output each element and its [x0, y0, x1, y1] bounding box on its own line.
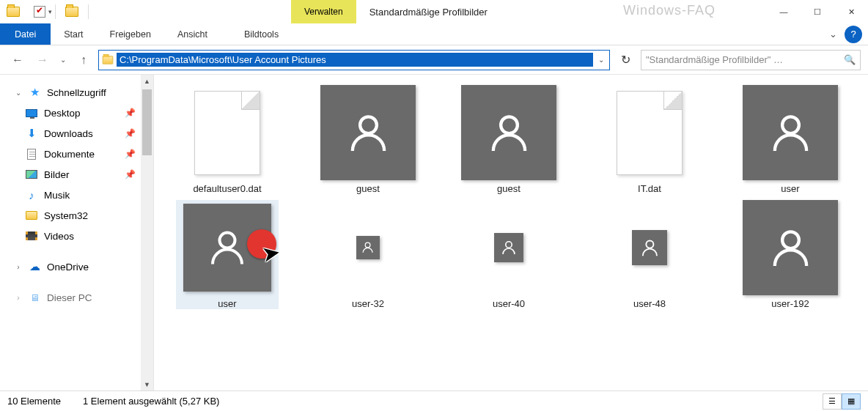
address-folder-icon: [99, 55, 117, 65]
search-box[interactable]: "Standardmäßige Profilbilder" … 🔍: [641, 50, 861, 70]
body-split: ⌄ ★ Schnellzugriff Desktop📌 ⬇Downloads📌 …: [0, 75, 868, 390]
file-item[interactable]: guest: [317, 85, 419, 194]
file-label: user-48: [633, 298, 666, 309]
file-item[interactable]: user-192: [739, 200, 842, 309]
view-thumbnails-button[interactable]: ▦: [842, 393, 861, 410]
tab-freigeben[interactable]: Freigeben: [97, 23, 164, 45]
forward-button[interactable]: →: [32, 50, 53, 70]
separator: [55, 4, 56, 19]
files-pane[interactable]: defaultuser0.dat guest guest IT.dat user…: [154, 75, 868, 390]
close-button[interactable]: ✕: [834, 0, 868, 23]
file-label: guest: [497, 183, 521, 194]
file-label: defaultuser0.dat: [193, 183, 261, 194]
up-button[interactable]: ↑: [73, 50, 94, 70]
pin-icon: 📌: [125, 149, 136, 159]
download-icon: ⬇: [25, 127, 38, 139]
pin-icon: 📌: [125, 108, 136, 118]
address-text[interactable]: C:\ProgramData\Microsoft\User Account Pi…: [117, 53, 593, 67]
expand-icon[interactable]: ›: [15, 294, 22, 302]
sidebar-item-desktop[interactable]: Desktop📌: [0, 103, 153, 123]
history-dropdown[interactable]: ⌄: [57, 50, 69, 70]
sidebar-item-label: Musik: [44, 190, 70, 201]
file-tab[interactable]: Datei: [0, 23, 51, 45]
qat-new-folder-icon[interactable]: [59, 0, 85, 23]
file-label: user-32: [352, 298, 384, 309]
status-bar: 10 Elemente 1 Element ausgewählt (5,27 K…: [0, 390, 868, 411]
dat-file-icon: [617, 91, 683, 175]
avatar-icon: [743, 200, 838, 295]
help-button[interactable]: ?: [845, 26, 862, 43]
file-label: user: [781, 183, 799, 194]
this-pc-label: Dieser PC: [47, 292, 92, 303]
sidebar-scrollbar[interactable]: ▲ ▼: [141, 75, 153, 390]
titlebar: ▾ Verwalten Standardmäßige Profilbilder …: [0, 0, 868, 23]
minimize-button[interactable]: —: [767, 0, 801, 23]
sidebar-quick-access[interactable]: ⌄ ★ Schnellzugriff: [0, 82, 153, 103]
status-selection: 1 Element ausgewählt (5,27 KB): [83, 396, 219, 407]
video-icon: [26, 232, 37, 240]
separator: [88, 4, 89, 19]
scroll-up-icon[interactable]: ▲: [141, 75, 153, 87]
folder-icon: [26, 211, 37, 220]
cloud-icon: ☁: [28, 261, 41, 273]
sidebar-onedrive[interactable]: ›☁OneDrive: [0, 256, 153, 277]
pictures-icon: [26, 170, 37, 179]
desktop-icon: [26, 109, 37, 117]
avatar-icon: [632, 230, 667, 265]
search-icon[interactable]: 🔍: [844, 54, 856, 65]
sidebar-this-pc[interactable]: ›🖥Dieser PC: [0, 287, 153, 308]
ribbon-collapse-icon[interactable]: ⌄: [824, 29, 842, 40]
file-label: IT.dat: [638, 183, 661, 194]
file-item[interactable]: user-48: [598, 200, 701, 309]
view-switcher: ☰ ▦: [823, 393, 861, 410]
tab-start[interactable]: Start: [51, 23, 96, 45]
file-item[interactable]: guest: [457, 85, 560, 194]
file-item[interactable]: defaultuser0.dat: [176, 85, 279, 194]
expand-icon[interactable]: ›: [15, 263, 22, 271]
star-icon: ★: [28, 86, 41, 98]
quick-access-label: Schnellzugriff: [47, 87, 106, 98]
sidebar-item-downloads[interactable]: ⬇Downloads📌: [0, 123, 153, 144]
expand-icon[interactable]: ⌄: [15, 89, 22, 97]
sidebar-item-label: Dokumente: [44, 149, 95, 160]
file-label: guest: [356, 183, 380, 194]
maximize-button[interactable]: ☐: [801, 0, 834, 23]
pc-icon: 🖥: [28, 292, 41, 303]
avatar-icon: [356, 236, 380, 259]
qat-dropdown-icon[interactable]: ▾: [48, 8, 52, 15]
status-item-count: 10 Elemente: [7, 396, 61, 407]
document-icon: [27, 149, 36, 160]
file-item[interactable]: user: [739, 85, 842, 194]
file-item[interactable]: IT.dat: [598, 85, 701, 194]
sidebar-item-label: Desktop: [44, 108, 81, 119]
sidebar-item-system32[interactable]: System32: [0, 205, 153, 226]
view-details-button[interactable]: ☰: [823, 393, 842, 410]
cursor-icon: ➤: [260, 239, 282, 267]
sidebar-item-videos[interactable]: Videos: [0, 226, 153, 246]
back-button[interactable]: ←: [7, 50, 28, 70]
search-placeholder: "Standardmäßige Profilbilder" …: [646, 54, 783, 65]
file-item[interactable]: user-40: [457, 200, 560, 309]
file-item-selected[interactable]: ➤ user: [176, 200, 279, 309]
sidebar-item-bilder[interactable]: Bilder📌: [0, 164, 153, 185]
sidebar-item-label: Videos: [44, 231, 74, 242]
onedrive-label: OneDrive: [47, 262, 89, 273]
refresh-button[interactable]: ↻: [614, 50, 636, 70]
scroll-thumb[interactable]: [142, 89, 152, 155]
address-dropdown-icon[interactable]: ⌄: [593, 56, 609, 64]
avatar-icon: [320, 85, 416, 180]
tab-ansicht[interactable]: Ansicht: [164, 23, 221, 45]
sidebar-item-musik[interactable]: ♪Musik: [0, 185, 153, 205]
file-item[interactable]: user-32: [317, 200, 419, 309]
file-row: ➤ user user-32 user-40 user-48 user-192: [176, 200, 853, 309]
tab-bildtools[interactable]: Bildtools: [231, 23, 292, 45]
window-controls: — ☐ ✕: [767, 0, 868, 23]
address-bar[interactable]: C:\ProgramData\Microsoft\User Account Pi…: [98, 50, 610, 70]
sidebar-item-label: System32: [44, 210, 88, 221]
qat-folder-icon[interactable]: [0, 0, 26, 23]
sidebar-item-dokumente[interactable]: Dokumente📌: [0, 144, 153, 164]
scroll-down-icon[interactable]: ▼: [141, 378, 153, 390]
ribbon-tabs: Datei Start Freigeben Ansicht Bildtools …: [0, 23, 868, 45]
ribbon-context-header: Verwalten: [291, 0, 356, 23]
pin-icon: 📌: [125, 169, 136, 179]
